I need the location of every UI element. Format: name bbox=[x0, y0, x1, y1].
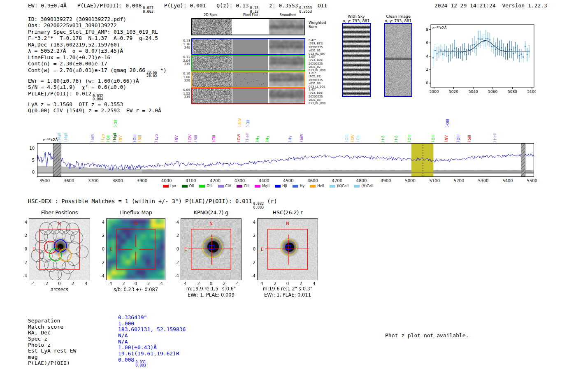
photz-note: Phot z plot not available. bbox=[385, 332, 469, 339]
info-wavelength: λ = 5052.27Å σ = 8.07(±3.45)Å bbox=[28, 48, 167, 54]
match-table-value: 0.336439" bbox=[118, 315, 186, 321]
hsc-plae-label: EWr: 1, PLAE: 0.011 bbox=[251, 292, 324, 298]
spec2d-exposure-row bbox=[191, 71, 305, 88]
cutout-y-tick: 0 bbox=[172, 247, 179, 251]
spectrum-x-tick: 3600 bbox=[61, 179, 77, 183]
svg-text:N: N bbox=[209, 221, 212, 226]
svg-text:8: 8 bbox=[426, 28, 428, 32]
spectrum-x-tick: 4700 bbox=[329, 179, 345, 183]
cutout-x-tick: 2 bbox=[68, 281, 78, 286]
emission-line-label: SiII} bbox=[194, 135, 198, 143]
info-obs: Obs: 20200225v031_3090139272 bbox=[28, 22, 167, 28]
lineflux-sb-label: s/b: 0.23 +/- 0.087 bbox=[103, 287, 169, 292]
emission-line-label: OIII} bbox=[345, 135, 349, 143]
spectrum-x-tick: 3700 bbox=[85, 179, 102, 183]
qz-value: Q(z): 0.13 bbox=[216, 2, 249, 9]
spectrum-x-tick: 5000 bbox=[402, 179, 418, 183]
emission-line-label: OII} bbox=[114, 120, 118, 128]
emission-line-label: Hγ} bbox=[256, 136, 260, 143]
emission-line-label: OVI} bbox=[237, 134, 241, 143]
info-cont-w: Cont(w) = 2.70(±0.01)e-17 (gmag 20.6620.… bbox=[28, 67, 167, 78]
info-sn-chi2: S/N = 4.5(±1.9) χ² = 0.6(±0.0) bbox=[28, 84, 167, 90]
cutout-y-tick: 4 bbox=[20, 220, 27, 225]
spectrum-x-tick: 4500 bbox=[280, 179, 297, 183]
cutout-y-tick: 2 bbox=[248, 233, 255, 238]
emission-line-label: MgII} bbox=[64, 133, 68, 143]
match-table-values: 0.336439"1.000183.602131, 52.159836N/AN/… bbox=[118, 315, 186, 367]
plae-poii-range: 0.0270.003 bbox=[143, 6, 153, 13]
cutout-y-tick: 2 bbox=[20, 233, 27, 238]
emission-line-label: Hγ} bbox=[266, 136, 269, 143]
spec2d-exposure-row bbox=[191, 55, 305, 71]
svg-text:6: 6 bbox=[426, 41, 428, 45]
weighted-sum-label: WeightedSum bbox=[309, 21, 326, 29]
cutout-x-tick: -4 bbox=[105, 281, 115, 286]
match-table-label: Separation bbox=[28, 318, 76, 324]
plae-poii-value: P(LAE)/P(OII): 0.008 bbox=[77, 2, 142, 9]
svg-text:5080: 5080 bbox=[508, 90, 517, 94]
spectrum-x-tick: 4600 bbox=[304, 179, 321, 183]
qz-range: 0.130.13 bbox=[250, 6, 258, 13]
svg-text:4: 4 bbox=[426, 54, 428, 58]
plya-value: P(Lyα): 0.001 bbox=[164, 2, 206, 9]
emission-line-label: HeII} bbox=[493, 133, 497, 143]
spec2d-row-left-stats: 0.101.66220 bbox=[180, 72, 190, 83]
cutout-x-tick: -4 bbox=[28, 281, 38, 286]
report-version: Version 1.22.3 bbox=[502, 2, 547, 9]
spectrum-y-tick: 5 bbox=[26, 158, 35, 162]
emission-line-label: SiIV} bbox=[238, 118, 242, 128]
spec2d-exposure-row bbox=[191, 88, 305, 104]
match-table-value: N/A bbox=[118, 333, 186, 339]
spectrum-y-tick: 0 bbox=[26, 170, 35, 174]
spec2d-row-left-stats: 0.131.36240 bbox=[180, 39, 190, 50]
match-table-value: 183.602131, 52.159836 bbox=[118, 327, 186, 333]
spec2d-header-2dspec: 2D Spec bbox=[190, 13, 231, 17]
cutout-x-tick: 0 bbox=[206, 281, 216, 286]
svg-text:E: E bbox=[110, 247, 112, 252]
ew-value: EW: 0.9±0.4Å bbox=[28, 2, 67, 9]
elixer-report-page: EW: 0.9±0.4Å P(LAE)/P(OII): 0.0080.0270.… bbox=[0, 0, 576, 392]
svg-text:2: 2 bbox=[426, 67, 428, 72]
match-table-label: Photo z bbox=[28, 342, 76, 348]
cutout-x-tick: 4 bbox=[309, 281, 319, 286]
match-table-labels: SeparationMatch scoreRA, DecSpec zPhoto … bbox=[28, 318, 76, 366]
emission-line-label: SiII} bbox=[138, 135, 142, 143]
spectrum-legend: LyαOIIOIIICIVCIIIMgIIHβHγHeII(K)CaII(H)C… bbox=[163, 184, 373, 188]
info-radec: RA,Dec (183.602219,52.159760) bbox=[28, 42, 167, 48]
spec2d-header-pixelflat: Pixel Flat bbox=[231, 13, 270, 17]
hsc-mag-label: m:19.6 re:1.2" s:0.3" bbox=[251, 286, 324, 292]
cutout-x-tick: -2 bbox=[269, 281, 279, 286]
emission-line-label: OIII} bbox=[457, 135, 460, 143]
legend-item: (K)CaII bbox=[330, 184, 348, 188]
emission-line-label: NV} bbox=[119, 135, 123, 143]
emission-line-labels: MgII}MgII}SiIV}Lyα}OII}MgII}OII}NV}OIII}… bbox=[37, 106, 534, 143]
legend-item: Hγ bbox=[293, 184, 304, 188]
emission-line-label: MgII} bbox=[113, 133, 117, 143]
legend-item: Lyα bbox=[163, 184, 177, 188]
spec2d-row-right-meta: 1.05"(793, 889)20200225v031_02013_RL_098 bbox=[309, 55, 332, 72]
spectrum-x-tick: 4300 bbox=[231, 179, 248, 183]
cutout-x-tick: 4 bbox=[232, 281, 242, 286]
with-sky-image-frame bbox=[342, 23, 371, 97]
spectrum-x-tick: 3500 bbox=[36, 179, 53, 183]
emission-line-label: OIII} bbox=[408, 135, 411, 143]
with-sky-image bbox=[343, 24, 370, 96]
cutout-y-tick: 4 bbox=[172, 220, 179, 225]
spectrum-x-tick: 4200 bbox=[207, 179, 223, 183]
spec2d-row-right-meta: 1.42"(793, 889)20200225v031_03013_RL_098 bbox=[309, 88, 332, 105]
cutout-y-tick: -4 bbox=[248, 274, 255, 278]
spectrum-x-tick: 3800 bbox=[109, 179, 126, 183]
spectrum-units-label: e⁻¹⁷x2Å bbox=[43, 137, 58, 142]
cutout-y-tick: 0 bbox=[97, 247, 105, 251]
cutout-x-tick: 4 bbox=[81, 281, 91, 286]
cutout-y-tick: -4 bbox=[20, 274, 27, 278]
cutout-y-tick: 0 bbox=[20, 247, 27, 251]
spectrum-x-tick: 5300 bbox=[475, 179, 492, 183]
spectrum-x-tick: 4000 bbox=[158, 179, 175, 183]
info-lineflux: LineFlux = 1.70(±0.73)e-16 bbox=[28, 54, 167, 60]
cutout-x-tick: 4 bbox=[157, 281, 167, 286]
spectrum-y-tick: 10 bbox=[26, 146, 35, 151]
svg-text:5060: 5060 bbox=[488, 90, 497, 94]
legend-item: (H)CaII bbox=[354, 184, 373, 188]
info-ewr: EWr = 1.80(±0.76) (w: 1.60(±0.66))Å bbox=[28, 78, 167, 84]
